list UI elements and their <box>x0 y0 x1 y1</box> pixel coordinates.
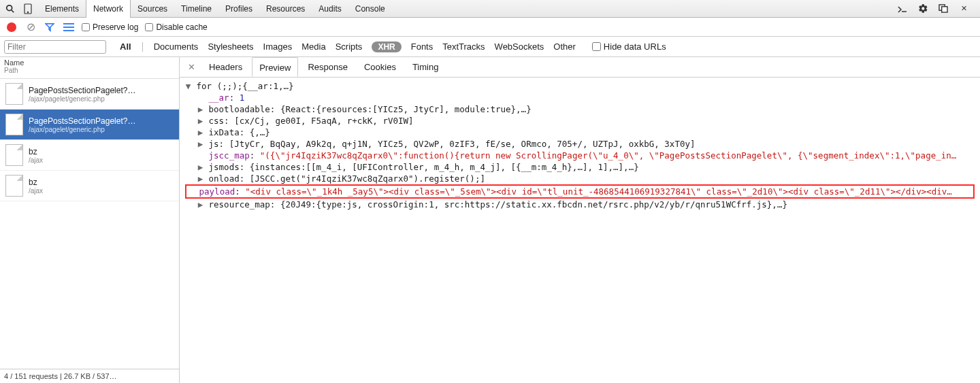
col-path: Path <box>4 67 175 74</box>
expand-toggle-icon[interactable]: ▶ <box>197 115 203 127</box>
preview-value: [JSCC.get("jr4IqziK37wc8qZqarx0").regist… <box>250 173 485 184</box>
disable-cache-input[interactable] <box>145 23 153 31</box>
preview-line[interactable]: ▶ resource_map: {20J49:{type:js, crossOr… <box>185 199 975 210</box>
preview-key: css <box>209 116 225 126</box>
tab-timing[interactable]: Timing <box>406 57 446 77</box>
network-toolbar: ⊘ Preserve log Disable cache <box>0 18 980 37</box>
type-media[interactable]: Media <box>301 41 325 52</box>
tab-network[interactable]: Network <box>86 0 131 18</box>
preserve-log-input[interactable] <box>82 23 90 31</box>
preview-root[interactable]: ▼ for (;;);{__ar:1,…} <box>185 80 975 92</box>
request-detail: ✕ Headers Preview Response Cookies Timin… <box>180 57 980 383</box>
document-icon <box>5 144 23 166</box>
tab-profiles[interactable]: Profiles <box>218 0 259 18</box>
expand-toggle-icon[interactable]: ▶ <box>197 161 203 173</box>
tab-console[interactable]: Console <box>348 0 392 18</box>
clear-button[interactable]: ⊘ <box>24 21 37 33</box>
expand-toggle-icon[interactable]: ▶ <box>197 199 203 210</box>
document-icon <box>5 175 23 197</box>
tab-resources[interactable]: Resources <box>259 0 312 18</box>
preview-line[interactable]: ▶ onload: [JSCC.get("jr4IqziK37wc8qZqarx… <box>185 173 975 184</box>
request-row[interactable]: bz /ajax <box>0 171 179 201</box>
svg-marker-7 <box>46 23 54 31</box>
filter-input[interactable] <box>4 40 106 54</box>
preview-line[interactable]: ▶ ixData: {,…} <box>185 127 975 138</box>
close-detail-icon[interactable]: ✕ <box>184 62 199 72</box>
tab-audits[interactable]: Audits <box>312 0 348 18</box>
preview-key: onload <box>209 173 240 184</box>
col-name: Name <box>4 59 175 67</box>
request-path: /ajax <box>29 156 43 164</box>
expand-toggle-icon[interactable]: ▶ <box>197 138 203 150</box>
expand-toggle-icon[interactable]: ▶ <box>197 103 203 115</box>
large-rows-icon[interactable] <box>63 21 75 33</box>
request-path: /ajax <box>29 187 43 195</box>
preview-value: "<div class=\"_1k4h _5ay5\"><div class=\… <box>245 186 952 197</box>
document-icon <box>5 114 23 135</box>
tab-headers[interactable]: Headers <box>202 57 249 77</box>
svg-line-1 <box>12 10 14 12</box>
type-filters: All Documents Stylesheets Images Media S… <box>112 41 666 52</box>
close-icon[interactable]: ✕ <box>957 2 970 16</box>
preserve-log-checkbox[interactable]: Preserve log <box>82 22 138 32</box>
separator <box>142 42 143 52</box>
type-fonts[interactable]: Fonts <box>411 41 434 52</box>
filter-bar: All Documents Stylesheets Images Media S… <box>0 37 980 57</box>
tab-timeline[interactable]: Timeline <box>174 0 218 18</box>
drawer-icon[interactable] <box>896 2 909 16</box>
expand-toggle-icon[interactable]: ▶ <box>197 127 203 138</box>
preview-line[interactable]: ▶ bootloadable: {React:{resources:[YICz5… <box>185 103 975 115</box>
preview-line[interactable]: ▶ payload: "<div class=\"_1k4h _5ay5\"><… <box>185 184 975 199</box>
preview-key: jscc_map <box>209 150 250 161</box>
request-name: bz <box>29 178 43 187</box>
request-row[interactable]: PagePostsSectionPagelet?… /ajax/pagelet/… <box>0 79 179 110</box>
device-icon[interactable] <box>20 1 35 16</box>
preview-value: [JtyCr, BqQay, A9k2q, q+j1N, YICz5, QV2w… <box>229 139 696 149</box>
type-websockets[interactable]: WebSockets <box>495 41 544 52</box>
type-scripts[interactable]: Scripts <box>336 41 363 52</box>
type-other[interactable]: Other <box>553 41 576 52</box>
type-texttracks[interactable]: TextTracks <box>442 41 485 52</box>
type-images[interactable]: Images <box>263 41 293 52</box>
preview-line[interactable]: ▶ js: [JtyCr, BqQay, A9k2q, q+j1N, YICz5… <box>185 138 975 150</box>
preview-panel[interactable]: ▼ for (;;);{__ar:1,…} ▶ __ar: 1▶ bootloa… <box>180 78 980 383</box>
filter-icon[interactable] <box>44 21 56 33</box>
network-main: Name Path PagePostsSectionPagelet?… /aja… <box>0 57 980 383</box>
tab-preview[interactable]: Preview <box>252 57 298 77</box>
preview-key: __ar <box>209 93 229 103</box>
type-xhr[interactable]: XHR <box>372 41 401 52</box>
preview-line[interactable]: ▶ jsmods: {instances:[[m_4_i, [UFIContro… <box>185 161 975 173</box>
tab-response[interactable]: Response <box>301 57 355 77</box>
hide-data-urls-input[interactable] <box>592 42 601 51</box>
hide-data-urls-label: Hide data URLs <box>604 41 666 52</box>
tab-elements[interactable]: Elements <box>38 0 86 18</box>
tab-sources[interactable]: Sources <box>131 0 174 18</box>
type-stylesheets[interactable]: Stylesheets <box>208 41 253 52</box>
preview-root-text: for (;;);{__ar:1,…} <box>197 81 294 91</box>
preview-line[interactable]: ▶ __ar: 1 <box>185 92 975 103</box>
request-name: bz <box>29 147 43 156</box>
gear-icon[interactable] <box>916 2 930 16</box>
preview-line[interactable]: ▶ css: [cx/Cj, ge00I, F5aqA, r+ckK, rV0I… <box>185 115 975 127</box>
expand-toggle-icon[interactable]: ▼ <box>185 80 191 92</box>
svg-point-0 <box>7 5 12 10</box>
preview-value: 1 <box>240 93 245 103</box>
preview-value: {React:{resources:[YICz5, JtyCr], module… <box>280 104 532 114</box>
expand-toggle-icon[interactable]: ▶ <box>197 173 203 184</box>
type-documents[interactable]: Documents <box>154 41 199 52</box>
dock-icon[interactable] <box>936 2 950 16</box>
document-icon <box>5 83 23 105</box>
disable-cache-checkbox[interactable]: Disable cache <box>145 22 207 32</box>
record-button[interactable] <box>5 21 18 33</box>
request-list-header[interactable]: Name Path <box>0 57 179 79</box>
hide-data-urls-checkbox[interactable]: Hide data URLs <box>592 41 666 52</box>
preview-line[interactable]: ▶ jscc_map: "({\"jr4IqziK37wc8qZqarx0\":… <box>185 150 975 161</box>
search-icon[interactable] <box>3 1 18 16</box>
request-row[interactable]: PagePostsSectionPagelet?… /ajax/pagelet/… <box>0 110 179 140</box>
request-path: /ajax/pagelet/generic.php <box>29 95 135 103</box>
type-all[interactable]: All <box>120 41 131 52</box>
preview-key: payload <box>199 186 235 197</box>
tab-cookies[interactable]: Cookies <box>357 57 403 77</box>
detail-tabs: ✕ Headers Preview Response Cookies Timin… <box>180 57 980 78</box>
request-row[interactable]: bz /ajax <box>0 140 179 171</box>
